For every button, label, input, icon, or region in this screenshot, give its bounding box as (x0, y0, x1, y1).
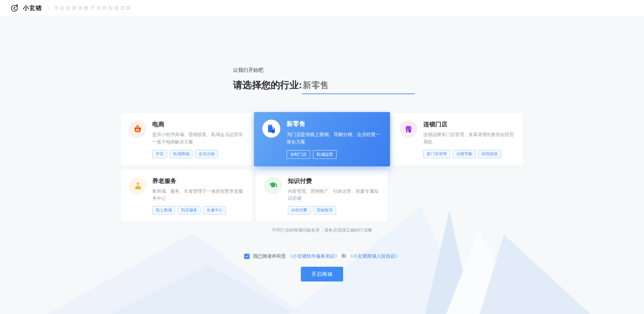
checkmark-icon (245, 255, 249, 258)
card-tag: 到店服务 (178, 206, 201, 214)
card-tag: 私域运营 (313, 150, 336, 159)
industry-prompt-label: 请选择您的行业: (233, 79, 302, 91)
agreement-row: 我已阅读并同意 《小玄猪软件服务协议》 和 《小玄猪商城入驻协议》 (0, 253, 644, 259)
main-content: 让我们开始吧 请选择您的行业: 新零售 电商 提供小程序商城、营销获客、私域会员… (0, 67, 644, 281)
greeting-text: 让我们开始吧 (233, 67, 523, 73)
card-tag: 多门店管理 (423, 150, 450, 158)
card-description: 集商城、服务、长者管理于一体的智慧养老服务中心 (152, 188, 244, 202)
card-title: 电商 (152, 120, 244, 128)
industry-card-chain-stores[interactable]: 连锁门店 连锁品牌多门店管理、多渠道增长数智化经营系统 多门店管理 分销导购 经… (392, 113, 523, 166)
mall-entry-agreement-link[interactable]: 《小玄猪商城入驻协议》 (348, 253, 400, 259)
card-tag: 全员分销 (195, 150, 218, 158)
card-tag: 全时门店 (286, 150, 310, 159)
brand-pig-logo-icon (10, 4, 19, 12)
graduation-cap-icon (264, 177, 282, 194)
brand-divider: / (48, 5, 49, 11)
brand-name: 小玄猪 (23, 4, 42, 12)
shopping-basket-icon (129, 120, 146, 138)
industry-input[interactable]: 新零售 (302, 79, 415, 94)
phone-bag-icon (262, 120, 280, 138)
card-tag: 私域商城 (170, 150, 193, 158)
card-description: 内容变现、营销推广、社群运营，搭建专属知识店铺 (288, 188, 380, 202)
card-tag: 营销裂变 (313, 206, 336, 214)
brand-slogan: 为企业提供数字化转型新思路 (54, 5, 132, 11)
software-service-agreement-link[interactable]: 《小玄猪软件服务协议》 (288, 253, 339, 259)
grid-empty-cell (392, 170, 523, 222)
elder-person-icon (129, 177, 146, 194)
intro-section: 让我们开始吧 请选择您的行业: 新零售 (121, 67, 523, 94)
card-description: 提供小程序商城、营销获客、私域会员运营等一揽子电商解决方案 (152, 131, 244, 146)
industry-card-grid: 电商 提供小程序商城、营销获客、私域会员运营等一揽子电商解决方案 开店 私域商城… (121, 113, 523, 222)
industry-card-knowledge-pay[interactable]: 知识付费 内容变现、营销推广、社群运营，搭建专属知识店铺 内容付费 营销裂变 (256, 170, 388, 222)
industry-card-ecommerce[interactable]: 电商 提供小程序商城、营销获客、私域会员运营等一揽子电商解决方案 开店 私域商城… (121, 113, 252, 166)
card-title: 养老服务 (152, 177, 244, 185)
topbar: 小玄猪 / 为企业提供数字化转型新思路 (0, 0, 644, 16)
agreement-conjunction: 和 (341, 253, 346, 259)
storefront-icon (400, 120, 417, 138)
open-mall-button[interactable]: 开启商城 (301, 267, 343, 281)
agreement-prefix: 我已阅读并同意 (253, 253, 286, 259)
card-description: 为门店提供线上营销、导购分销、会员经营一体化方案 (286, 131, 382, 146)
industry-note: 不同行业的商城功能各异，请务必选择正确的行业噢 (0, 227, 644, 233)
card-title: 新零售 (286, 120, 382, 128)
agreement-checkbox[interactable] (244, 254, 250, 259)
card-tag: 内容付费 (288, 206, 311, 214)
card-tag: 分销导购 (453, 150, 476, 158)
card-title: 知识付费 (288, 177, 380, 185)
card-tag: 线上商城 (152, 206, 175, 214)
card-description: 连锁品牌多门店管理、多渠道增长数智化经营系统 (423, 131, 515, 146)
card-tag: 长者中心 (203, 206, 226, 214)
card-tag: 开店 (152, 150, 167, 158)
card-tag: 经营提效 (478, 150, 501, 158)
industry-card-new-retail[interactable]: 新零售 为门店提供线上营销、导购分销、会员经营一体化方案 全时门店 私域运营 (254, 112, 390, 166)
industry-card-elder-care[interactable]: 养老服务 集商城、服务、长者管理于一体的智慧养老服务中心 线上商城 到店服务 长… (121, 170, 252, 222)
card-title: 连锁门店 (423, 120, 515, 128)
